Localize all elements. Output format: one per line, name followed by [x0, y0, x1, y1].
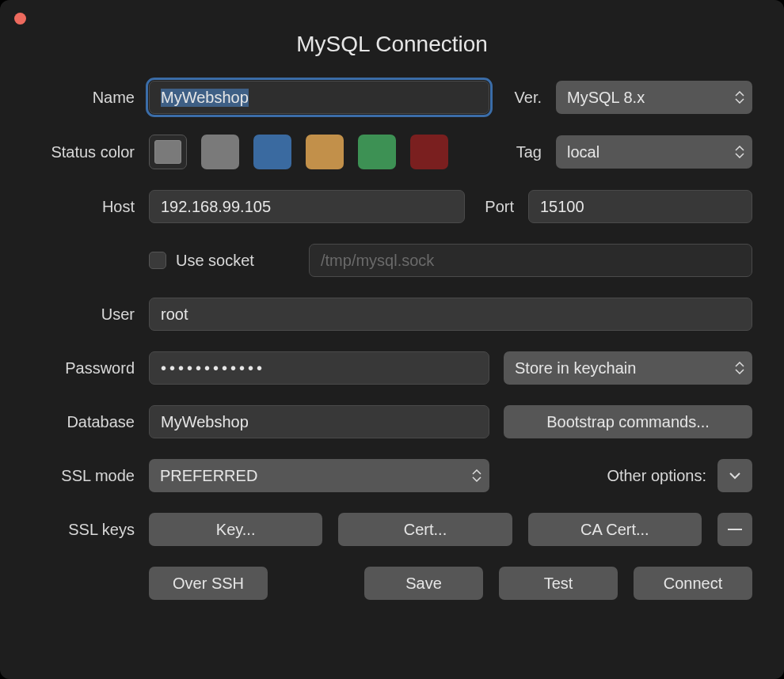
password-label: Password	[32, 359, 135, 377]
database-label: Database	[32, 413, 135, 431]
ssl-mode-select[interactable]: PREFERRED	[149, 459, 489, 492]
status-color-swatch-yellow[interactable]	[306, 135, 344, 169]
name-input[interactable]	[149, 81, 489, 114]
other-options-button[interactable]	[717, 459, 752, 492]
connection-dialog: MySQL Connection Name Ver. MySQL 8.x Sta…	[0, 0, 784, 679]
dialog-title: MySQL Connection	[0, 0, 784, 81]
use-socket-checkbox[interactable]	[149, 252, 166, 269]
test-button[interactable]: Test	[499, 567, 618, 600]
ssl-mode-value: PREFERRED	[160, 467, 257, 485]
socket-input[interactable]	[309, 244, 752, 277]
chevron-updown-icon	[735, 91, 744, 104]
ssl-keys-label: SSL keys	[32, 521, 135, 539]
status-color-swatches	[149, 135, 489, 169]
user-label: User	[32, 305, 135, 324]
over-ssh-button[interactable]: Over SSH	[149, 567, 268, 600]
chevron-down-icon	[729, 472, 741, 480]
store-value: Store in keychain	[515, 359, 636, 377]
status-color-swatch-default[interactable]	[149, 135, 187, 169]
tag-select[interactable]: local	[556, 135, 752, 169]
use-socket-label: Use socket	[176, 252, 254, 270]
password-input[interactable]	[149, 351, 489, 385]
version-label: Ver.	[504, 89, 542, 107]
version-select[interactable]: MySQL 8.x	[556, 81, 752, 114]
tag-label: Tag	[504, 143, 542, 161]
status-color-swatch-gray[interactable]	[201, 135, 239, 169]
status-color-label: Status color	[32, 143, 135, 161]
store-select[interactable]: Store in keychain	[504, 351, 752, 385]
status-color-swatch-red[interactable]	[410, 135, 448, 169]
database-input[interactable]	[149, 405, 489, 438]
ssl-cert-button[interactable]: Cert...	[338, 513, 512, 546]
host-input[interactable]	[149, 190, 465, 223]
chevron-updown-icon	[735, 362, 744, 374]
user-input[interactable]	[149, 298, 752, 331]
save-button[interactable]: Save	[364, 567, 483, 600]
ssl-mode-label: SSL mode	[32, 467, 135, 485]
name-label: Name	[32, 89, 135, 107]
other-options-label: Other options:	[607, 467, 706, 485]
chevron-updown-icon	[472, 469, 481, 482]
status-color-swatch-green[interactable]	[358, 135, 396, 169]
svg-rect-0	[728, 529, 742, 530]
ssl-cacert-button[interactable]: CA Cert...	[528, 513, 702, 546]
host-label: Host	[32, 198, 135, 216]
tag-value: local	[567, 143, 599, 161]
close-window-icon[interactable]	[14, 13, 26, 25]
port-label: Port	[479, 198, 514, 216]
connect-button[interactable]: Connect	[634, 567, 752, 600]
minus-icon	[728, 528, 742, 531]
bootstrap-button[interactable]: Bootstrap commands...	[504, 405, 752, 438]
version-value: MySQL 8.x	[567, 89, 645, 107]
ssl-key-button[interactable]: Key...	[149, 513, 322, 546]
window-traffic-lights	[14, 13, 26, 25]
status-color-swatch-blue[interactable]	[253, 135, 291, 169]
chevron-updown-icon	[735, 146, 744, 158]
port-input[interactable]	[528, 190, 752, 223]
ssl-remove-button[interactable]	[717, 513, 752, 546]
